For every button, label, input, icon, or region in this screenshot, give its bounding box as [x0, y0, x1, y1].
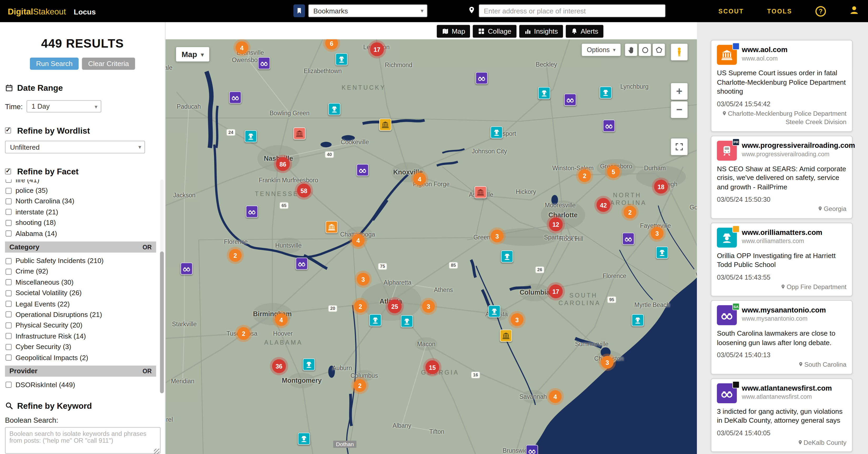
map-pin[interactable] — [356, 164, 369, 176]
feed-card[interactable]: SA www.mysanantonio.com www.mysanantonio… — [711, 300, 852, 374]
tab-collage[interactable]: Collage — [473, 25, 516, 38]
marker-cluster[interactable]: 2 — [578, 169, 591, 182]
map-pin[interactable] — [501, 250, 513, 263]
category-item[interactable]: Geopolitical Impacts (2) — [0, 352, 165, 363]
facet-item[interactable]: North Carolina (34) — [0, 196, 165, 207]
facet-item[interactable]: Alabama (14) — [0, 228, 165, 239]
facet-item-checkbox[interactable] — [5, 220, 11, 226]
facet-item[interactable]: interstate (21) — [0, 207, 165, 217]
marker-cluster[interactable]: 17 — [549, 284, 563, 298]
clear-criteria-button[interactable]: Clear Criteria — [82, 58, 135, 70]
feed-card-source-link[interactable]: www.mysanantonio.com — [742, 305, 826, 314]
facet-item-checkbox[interactable] — [5, 179, 11, 183]
marker-cluster[interactable]: 2 — [623, 206, 636, 218]
nav-tools-link[interactable]: TOOLS — [767, 8, 792, 14]
fullscreen-button[interactable] — [671, 138, 687, 155]
map-pin[interactable] — [491, 126, 503, 138]
map-pin[interactable] — [245, 130, 257, 142]
marker-cluster[interactable]: 25 — [388, 299, 402, 313]
marker-cluster[interactable]: 17 — [370, 42, 384, 56]
user-icon[interactable] — [849, 5, 859, 17]
category-item-checkbox[interactable] — [5, 344, 11, 350]
pan-tool-button[interactable] — [625, 44, 637, 56]
map-pin[interactable] — [475, 72, 488, 84]
feed-card-source-link[interactable]: www.orilliamatters.com — [742, 228, 822, 237]
category-item[interactable]: Crime (92) — [0, 266, 165, 277]
map-pin[interactable] — [298, 433, 310, 445]
map-pin[interactable] — [488, 305, 500, 317]
feed-card[interactable]: www.atlantanewsfirst.com www.atlantanews… — [711, 378, 852, 452]
map-pin[interactable] — [622, 233, 634, 245]
feed-card[interactable]: www.aol.com www.aol.com US Supreme Court… — [711, 40, 852, 132]
marker-cluster[interactable]: 4 — [352, 234, 364, 247]
address-input[interactable] — [479, 4, 665, 17]
facet-item-checkbox[interactable] — [5, 209, 11, 215]
category-item-checkbox[interactable] — [5, 355, 11, 361]
marker-cluster[interactable]: 3 — [651, 227, 663, 239]
map-pin[interactable] — [326, 221, 338, 233]
marker-cluster[interactable]: 42 — [596, 198, 610, 212]
polygon-draw-tool-button[interactable] — [653, 44, 665, 56]
map-pin[interactable] — [293, 127, 306, 140]
time-select[interactable]: 1 Day — [27, 100, 101, 112]
facet-item[interactable]: fire (41) — [0, 179, 165, 185]
category-item-checkbox[interactable] — [5, 333, 11, 339]
marker-cluster[interactable]: 4 — [549, 390, 561, 403]
options-button[interactable]: Options — [582, 44, 620, 56]
help-icon[interactable] — [815, 6, 826, 16]
facet-item[interactable]: shooting (18) — [0, 217, 165, 228]
map-pin[interactable] — [401, 315, 413, 327]
wordlist-checkbox[interactable] — [5, 127, 11, 133]
marker-cluster[interactable]: 4 — [236, 41, 248, 54]
map-pin[interactable] — [246, 206, 258, 217]
feed-card[interactable]: PR www.progressiverailroading.com www.pr… — [711, 135, 852, 219]
map-pin[interactable] — [296, 258, 308, 270]
marker-cluster[interactable]: 36 — [272, 359, 286, 373]
run-search-button[interactable]: Run Search — [30, 58, 79, 70]
marker-cluster[interactable]: 5 — [607, 165, 620, 178]
boolean-search-textarea[interactable] — [5, 427, 161, 454]
category-item-checkbox[interactable] — [5, 322, 11, 328]
nav-scout-link[interactable]: SCOUT — [718, 8, 744, 14]
category-item[interactable]: Public Safety Incidents (210) — [0, 256, 165, 267]
category-item-checkbox[interactable] — [5, 269, 11, 275]
resize-grip-icon[interactable] — [154, 449, 159, 454]
tab-alerts[interactable]: Alerts — [566, 25, 603, 38]
category-item[interactable]: Infrastructure Risk (14) — [0, 331, 165, 341]
map-canvas[interactable]: Evansville Owensboro Carbondale Elizabet… — [165, 39, 697, 454]
category-item-checkbox[interactable] — [5, 312, 11, 318]
provider-item[interactable]: DSORiskIntel (449) — [0, 380, 165, 390]
marker-cluster[interactable]: 4 — [413, 173, 426, 185]
facet-item-checkbox[interactable] — [5, 231, 11, 237]
circle-draw-tool-button[interactable] — [639, 44, 651, 56]
category-item-checkbox[interactable] — [5, 279, 11, 285]
map-layer-select[interactable]: Map — [176, 47, 209, 62]
feed-card-source-link[interactable]: www.progressiverailroading.com — [742, 141, 855, 149]
marker-cluster[interactable]: 3 — [601, 356, 614, 368]
tab-map[interactable]: Map — [437, 25, 470, 38]
facet-item-checkbox[interactable] — [5, 187, 11, 193]
map-pin[interactable] — [379, 119, 392, 131]
map-pin[interactable] — [526, 445, 538, 454]
map-pin[interactable] — [500, 330, 512, 342]
category-item[interactable]: Operational Disruptions (21) — [0, 309, 165, 320]
map-pin[interactable] — [328, 103, 340, 115]
marker-cluster[interactable]: 4 — [275, 313, 287, 326]
zoom-out-button[interactable]: − — [671, 101, 687, 118]
feed-card-source-link[interactable]: www.aol.com — [742, 45, 787, 54]
marker-cluster[interactable]: 2 — [229, 249, 242, 262]
facet-item[interactable]: police (35) — [0, 185, 165, 196]
category-item[interactable]: Societal Volatility (26) — [0, 288, 165, 299]
marker-cluster[interactable]: 2 — [353, 379, 366, 392]
marker-cluster[interactable]: 3 — [422, 300, 435, 312]
map-pin[interactable] — [656, 246, 668, 259]
marker-cluster[interactable]: 15 — [425, 360, 439, 374]
feed-card[interactable]: www.orilliamatters.com www.orilliamatter… — [711, 222, 852, 297]
zoom-in-button[interactable]: + — [671, 83, 687, 100]
map-pin[interactable] — [538, 87, 550, 99]
marker-cluster[interactable]: 86 — [276, 157, 290, 171]
facet-scrollbar-thumb[interactable] — [160, 251, 164, 393]
map-pin[interactable] — [474, 186, 487, 198]
marker-cluster[interactable]: 12 — [549, 217, 563, 232]
facet-checkbox[interactable] — [5, 168, 11, 174]
